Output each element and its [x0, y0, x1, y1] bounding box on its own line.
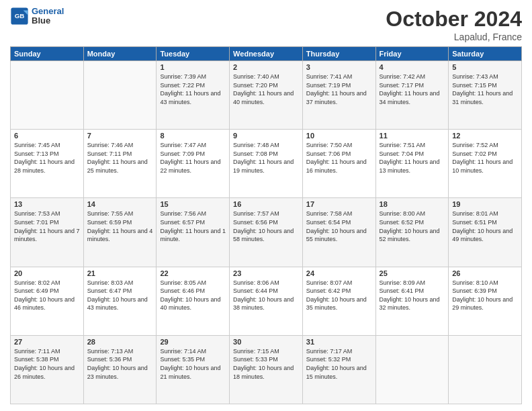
- day-detail: Sunrise: 7:42 AMSunset: 7:17 PMDaylight:…: [380, 73, 445, 106]
- logo: GB General Blue: [10, 7, 64, 26]
- day-detail: Sunrise: 8:06 AMSunset: 6:44 PMDaylight:…: [233, 279, 299, 312]
- day-detail: Sunrise: 7:56 AMSunset: 6:57 PMDaylight:…: [160, 210, 226, 243]
- logo-text: General Blue: [32, 7, 64, 26]
- calendar-cell: 15Sunrise: 7:56 AMSunset: 6:57 PMDayligh…: [157, 198, 230, 267]
- day-number: 19: [452, 200, 518, 208]
- calendar-cell: 18Sunrise: 8:00 AMSunset: 6:52 PMDayligh…: [375, 198, 449, 267]
- day-number: 22: [160, 269, 226, 277]
- day-detail: Sunrise: 8:10 AMSunset: 6:39 PMDaylight:…: [452, 279, 518, 312]
- day-detail: Sunrise: 8:03 AMSunset: 6:47 PMDaylight:…: [87, 279, 153, 312]
- day-detail: Sunrise: 7:47 AMSunset: 7:09 PMDaylight:…: [160, 141, 226, 175]
- day-detail: Sunrise: 7:17 AMSunset: 5:32 PMDaylight:…: [306, 347, 372, 381]
- day-header-friday: Friday: [375, 47, 449, 61]
- day-detail: Sunrise: 7:58 AMSunset: 6:54 PMDaylight:…: [306, 210, 372, 243]
- day-number: 4: [380, 63, 445, 71]
- calendar-cell: 21Sunrise: 8:03 AMSunset: 6:47 PMDayligh…: [83, 267, 157, 335]
- day-number: 23: [233, 269, 299, 277]
- calendar-cell: 26Sunrise: 8:10 AMSunset: 6:39 PMDayligh…: [449, 267, 522, 335]
- day-header-thursday: Thursday: [302, 47, 375, 61]
- calendar-cell: 14Sunrise: 7:55 AMSunset: 6:59 PMDayligh…: [83, 198, 157, 267]
- calendar-cell: 11Sunrise: 7:51 AMSunset: 7:04 PMDayligh…: [375, 130, 449, 198]
- day-number: 30: [233, 338, 299, 346]
- calendar-cell: 6Sunrise: 7:45 AMSunset: 7:13 PMDaylight…: [11, 130, 84, 198]
- page-header: GB General Blue October 2024 Lapalud, Fr…: [10, 7, 522, 42]
- calendar-cell: 27Sunrise: 7:11 AMSunset: 5:38 PMDayligh…: [11, 335, 84, 404]
- calendar-cell: 17Sunrise: 7:58 AMSunset: 6:54 PMDayligh…: [302, 198, 375, 267]
- day-number: 29: [160, 338, 226, 346]
- calendar-cell: 9Sunrise: 7:48 AMSunset: 7:08 PMDaylight…: [230, 130, 303, 198]
- day-number: 31: [306, 338, 372, 346]
- day-number: 12: [452, 132, 518, 140]
- calendar-cell: 31Sunrise: 7:17 AMSunset: 5:32 PMDayligh…: [302, 335, 375, 404]
- day-number: 14: [87, 200, 153, 208]
- calendar-cell: 13Sunrise: 7:53 AMSunset: 7:01 PMDayligh…: [11, 198, 84, 267]
- day-number: 15: [160, 200, 226, 208]
- day-number: 3: [306, 63, 372, 71]
- day-number: 10: [306, 132, 372, 140]
- calendar-cell: [11, 61, 84, 130]
- calendar-cell: 19Sunrise: 8:01 AMSunset: 6:51 PMDayligh…: [449, 198, 522, 267]
- day-detail: Sunrise: 7:53 AMSunset: 7:01 PMDaylight:…: [14, 210, 80, 243]
- day-detail: Sunrise: 8:00 AMSunset: 6:52 PMDaylight:…: [380, 210, 445, 243]
- day-number: 1: [160, 63, 226, 71]
- day-number: 6: [14, 132, 80, 140]
- day-detail: Sunrise: 7:46 AMSunset: 7:11 PMDaylight:…: [87, 141, 153, 175]
- calendar-table: SundayMondayTuesdayWednesdayThursdayFrid…: [10, 46, 522, 404]
- day-detail: Sunrise: 7:11 AMSunset: 5:38 PMDaylight:…: [14, 347, 80, 381]
- day-detail: Sunrise: 7:57 AMSunset: 6:56 PMDaylight:…: [233, 210, 299, 243]
- day-number: 27: [14, 338, 80, 346]
- calendar-cell: 8Sunrise: 7:47 AMSunset: 7:09 PMDaylight…: [157, 130, 230, 198]
- calendar-cell: 16Sunrise: 7:57 AMSunset: 6:56 PMDayligh…: [230, 198, 303, 267]
- day-detail: Sunrise: 7:14 AMSunset: 5:35 PMDaylight:…: [160, 347, 226, 381]
- svg-text:GB: GB: [15, 12, 25, 19]
- calendar-cell: [375, 335, 449, 404]
- calendar-cell: 1Sunrise: 7:39 AMSunset: 7:22 PMDaylight…: [157, 61, 230, 130]
- calendar-cell: [449, 335, 522, 404]
- day-number: 28: [87, 338, 153, 346]
- title-block: October 2024 Lapalud, France: [386, 7, 522, 42]
- calendar-cell: 7Sunrise: 7:46 AMSunset: 7:11 PMDaylight…: [83, 130, 157, 198]
- logo-icon: GB: [10, 7, 29, 26]
- day-detail: Sunrise: 7:13 AMSunset: 5:36 PMDaylight:…: [87, 347, 153, 381]
- day-header-wednesday: Wednesday: [230, 47, 303, 61]
- day-detail: Sunrise: 7:15 AMSunset: 5:33 PMDaylight:…: [233, 347, 299, 381]
- calendar-cell: 3Sunrise: 7:41 AMSunset: 7:19 PMDaylight…: [302, 61, 375, 130]
- day-number: 5: [452, 63, 518, 71]
- day-number: 26: [452, 269, 518, 277]
- day-number: 9: [233, 132, 299, 140]
- day-detail: Sunrise: 8:01 AMSunset: 6:51 PMDaylight:…: [452, 210, 518, 243]
- day-number: 7: [87, 132, 153, 140]
- day-detail: Sunrise: 7:39 AMSunset: 7:22 PMDaylight:…: [160, 73, 226, 106]
- calendar-cell: 2Sunrise: 7:40 AMSunset: 7:20 PMDaylight…: [230, 61, 303, 130]
- calendar-cell: 10Sunrise: 7:50 AMSunset: 7:06 PMDayligh…: [302, 130, 375, 198]
- calendar-cell: 4Sunrise: 7:42 AMSunset: 7:17 PMDaylight…: [375, 61, 449, 130]
- day-detail: Sunrise: 7:55 AMSunset: 6:59 PMDaylight:…: [87, 210, 153, 243]
- calendar-cell: 24Sunrise: 8:07 AMSunset: 6:42 PMDayligh…: [302, 267, 375, 335]
- day-detail: Sunrise: 8:09 AMSunset: 6:41 PMDaylight:…: [380, 279, 445, 312]
- day-number: 8: [160, 132, 226, 140]
- day-number: 21: [87, 269, 153, 277]
- day-detail: Sunrise: 7:41 AMSunset: 7:19 PMDaylight:…: [306, 73, 372, 106]
- day-detail: Sunrise: 8:02 AMSunset: 6:49 PMDaylight:…: [14, 279, 80, 312]
- calendar-cell: 29Sunrise: 7:14 AMSunset: 5:35 PMDayligh…: [157, 335, 230, 404]
- day-detail: Sunrise: 7:45 AMSunset: 7:13 PMDaylight:…: [14, 141, 80, 175]
- day-number: 13: [14, 200, 80, 208]
- day-number: 11: [380, 132, 445, 140]
- calendar-cell: 5Sunrise: 7:43 AMSunset: 7:15 PMDaylight…: [449, 61, 522, 130]
- day-number: 24: [306, 269, 372, 277]
- calendar-cell: 22Sunrise: 8:05 AMSunset: 6:46 PMDayligh…: [157, 267, 230, 335]
- calendar-cell: [83, 61, 157, 130]
- day-header-tuesday: Tuesday: [157, 47, 230, 61]
- day-number: 2: [233, 63, 299, 71]
- day-number: 18: [380, 200, 445, 208]
- day-detail: Sunrise: 7:40 AMSunset: 7:20 PMDaylight:…: [233, 73, 299, 106]
- calendar-page: GB General Blue October 2024 Lapalud, Fr…: [0, 0, 532, 411]
- calendar-cell: 23Sunrise: 8:06 AMSunset: 6:44 PMDayligh…: [230, 267, 303, 335]
- day-detail: Sunrise: 7:52 AMSunset: 7:02 PMDaylight:…: [452, 141, 518, 175]
- day-header-saturday: Saturday: [449, 47, 522, 61]
- day-header-sunday: Sunday: [11, 47, 84, 61]
- day-detail: Sunrise: 8:05 AMSunset: 6:46 PMDaylight:…: [160, 279, 226, 312]
- day-detail: Sunrise: 7:43 AMSunset: 7:15 PMDaylight:…: [452, 73, 518, 106]
- day-number: 16: [233, 200, 299, 208]
- location: Lapalud, France: [386, 32, 522, 42]
